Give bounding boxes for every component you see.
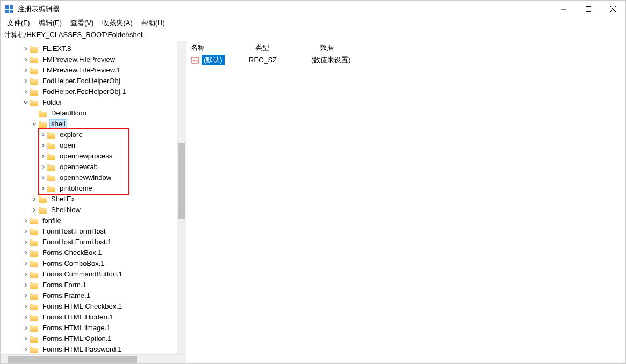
chevron-right-icon[interactable] — [31, 195, 38, 203]
tree-item-label: DefaultIcon — [49, 108, 88, 118]
scrollbar-thumb[interactable] — [178, 143, 185, 219]
tree-item[interactable]: Forms.HTML:Image.1 — [1, 323, 186, 333]
tree-item[interactable]: opennewtab — [1, 162, 186, 172]
tree-item[interactable]: FL.EXT.8 — [1, 43, 186, 54]
svg-text:ab: ab — [193, 59, 198, 63]
tree-item[interactable]: Forms.ComboBox.1 — [1, 258, 186, 269]
maximize-button[interactable] — [576, 1, 601, 18]
chevron-right-icon[interactable] — [22, 324, 30, 332]
tree-item[interactable]: ShellNew — [1, 205, 186, 215]
tree-item[interactable]: Forms.Form.1 — [1, 280, 186, 290]
tree-item[interactable]: Forms.HTML:Checkbox.1 — [1, 301, 186, 312]
tree-item-label: Forms.CommandButton.1 — [41, 270, 124, 279]
titlebar[interactable]: 注册表编辑器 — [1, 1, 625, 18]
col-type[interactable]: 类型 — [251, 41, 315, 54]
tree-item[interactable]: DefaultIcon — [1, 108, 186, 119]
chevron-right-icon[interactable] — [22, 88, 30, 96]
tree-item[interactable]: fonfile — [1, 215, 186, 226]
tree-item[interactable]: Folder — [1, 97, 186, 108]
menu-view[interactable]: 查看(V) — [66, 18, 98, 28]
tree-item[interactable]: FodHelper.FodHelperObj.1 — [1, 86, 186, 97]
tree-item[interactable]: FMPreview.FilePreview — [1, 54, 186, 65]
chevron-right-icon[interactable] — [39, 152, 47, 160]
address-text: 计算机\HKEY_CLASSES_ROOT\Folder\shell — [4, 30, 144, 40]
chevron-right-icon[interactable] — [39, 174, 47, 181]
chevron-right-icon[interactable] — [22, 346, 30, 353]
chevron-right-icon[interactable] — [22, 45, 30, 53]
chevron-right-icon[interactable] — [22, 238, 30, 246]
chevron-right-icon[interactable] — [22, 217, 30, 224]
tree-item[interactable]: explore — [1, 129, 186, 140]
folder-icon — [39, 120, 47, 128]
chevron-right-icon[interactable] — [22, 77, 30, 85]
tree-item[interactable]: FormHost.FormHost — [1, 226, 186, 237]
folder-icon — [30, 99, 39, 106]
address-bar[interactable]: 计算机\HKEY_CLASSES_ROOT\Folder\shell — [1, 30, 625, 41]
chevron-right-icon[interactable] — [22, 67, 30, 74]
chevron-right-icon[interactable] — [22, 303, 30, 310]
chevron-right-icon[interactable] — [22, 335, 30, 343]
chevron-right-icon[interactable] — [22, 260, 30, 267]
tree-item[interactable]: Forms.HTML:Hidden.1 — [1, 312, 186, 323]
tree-item-label: opennewtab — [58, 162, 99, 171]
tree-item[interactable]: Forms.HTML:Option.1 — [1, 333, 186, 344]
tree-item-label: Forms.HTML:Password.1 — [41, 345, 123, 354]
svg-rect-3 — [10, 10, 13, 13]
chevron-right-icon[interactable] — [22, 281, 30, 289]
col-name[interactable]: 名称 — [186, 41, 251, 54]
tree-item[interactable]: shell — [1, 119, 186, 129]
folder-icon — [30, 281, 39, 289]
menubar: 文件(F) 编辑(E) 查看(V) 收藏夹(A) 帮助(H) — [1, 18, 625, 30]
folder-icon — [30, 67, 39, 74]
chevron-right-icon[interactable] — [39, 142, 47, 149]
minimize-button[interactable] — [551, 1, 576, 18]
registry-tree[interactable]: FL.EXT.8FMPreview.FilePreviewFMPreview.F… — [1, 41, 186, 354]
folder-icon — [30, 314, 39, 321]
tree-item[interactable]: pintohome — [1, 183, 186, 194]
value-row[interactable]: ab(默认)REG_SZ(数值未设置) — [186, 54, 625, 66]
tree-item-label: opennewprocess — [58, 151, 114, 161]
horizontal-scrollbar[interactable] — [1, 354, 186, 363]
chevron-right-icon[interactable] — [22, 56, 30, 63]
chevron-right-icon[interactable] — [22, 314, 30, 321]
value-name: (默认) — [202, 55, 225, 65]
tree-item[interactable]: open — [1, 140, 186, 151]
menu-help[interactable]: 帮助(H) — [137, 18, 169, 28]
tree-item[interactable]: Forms.HTML:Password.1 — [1, 344, 186, 354]
close-button[interactable] — [601, 1, 625, 18]
chevron-right-icon[interactable] — [22, 228, 30, 235]
chevron-right-icon[interactable] — [22, 292, 30, 300]
tree-item[interactable]: opennewwindow — [1, 172, 186, 183]
chevron-right-icon[interactable] — [22, 249, 30, 257]
tree-item[interactable]: Forms.CommandButton.1 — [1, 269, 186, 280]
chevron-right-icon[interactable] — [39, 131, 47, 139]
tree-item[interactable]: FMPreview.FilePreview.1 — [1, 65, 186, 76]
tree-item[interactable]: opennewprocess — [1, 151, 186, 162]
tree-item[interactable]: Forms.Frame.1 — [1, 290, 186, 301]
menu-edit[interactable]: 编辑(E) — [34, 18, 66, 28]
tree-scroll[interactable]: FL.EXT.8FMPreview.FilePreviewFMPreview.F… — [1, 41, 186, 354]
col-data[interactable]: 数据 — [315, 41, 625, 54]
vertical-scrollbar[interactable] — [177, 41, 186, 354]
chevron-right-icon[interactable] — [22, 271, 30, 278]
tree-item[interactable]: ShellEx — [1, 194, 186, 205]
tree-item-label: pintohome — [58, 184, 94, 193]
tree-item[interactable]: FodHelper.FodHelperObj — [1, 76, 186, 86]
tree-item[interactable]: Forms.CheckBox.1 — [1, 247, 186, 258]
folder-icon — [30, 324, 39, 332]
svg-rect-0 — [5, 5, 9, 9]
menu-file[interactable]: 文件(F) — [3, 18, 34, 28]
scrollbar-thumb[interactable] — [8, 356, 137, 363]
chevron-right-icon[interactable] — [31, 206, 38, 214]
folder-icon — [30, 260, 39, 267]
tree-item[interactable]: FormHost.FormHost.1 — [1, 237, 186, 247]
tree-item-label: Forms.HTML:Option.1 — [41, 334, 113, 343]
folder-icon — [39, 206, 47, 214]
values-list[interactable]: ab(默认)REG_SZ(数值未设置) — [186, 54, 625, 66]
chevron-right-icon[interactable] — [39, 185, 47, 192]
chevron-down-icon[interactable] — [31, 120, 38, 128]
menu-favorites[interactable]: 收藏夹(A) — [98, 18, 136, 28]
values-header[interactable]: 名称 类型 数据 — [186, 41, 625, 54]
chevron-down-icon[interactable] — [22, 99, 30, 106]
chevron-right-icon[interactable] — [39, 163, 47, 171]
